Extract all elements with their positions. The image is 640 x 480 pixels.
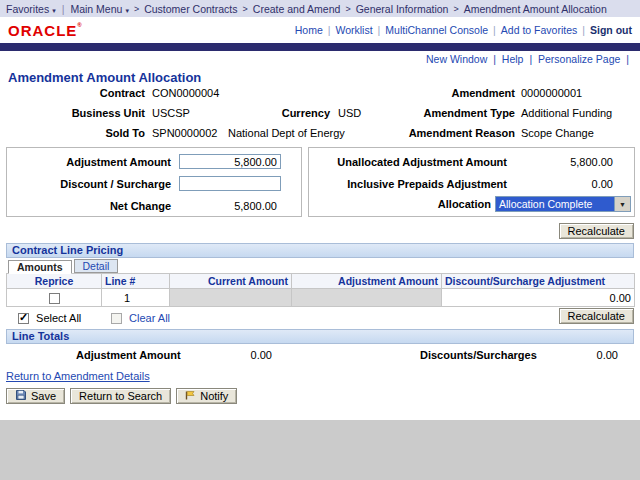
save-button[interactable]: Save: [6, 388, 65, 404]
sign-out-link[interactable]: Sign out: [590, 24, 632, 36]
tab-amounts[interactable]: Amounts: [8, 260, 72, 274]
recalculate-row: Recalculate: [0, 221, 640, 241]
oracle-logo: ORACLE®: [8, 22, 83, 39]
column-header-line[interactable]: Line #: [102, 274, 170, 289]
net-change-label: Net Change: [11, 200, 171, 212]
allocation-box: Unallocated Adjustment Amount 5,800.00 I…: [308, 147, 635, 217]
header-separator: |: [582, 24, 585, 36]
return-to-search-label: Return to Search: [79, 390, 162, 402]
bottom-toolbar: Save Return to Search Notify: [6, 388, 640, 406]
grid-header-row: Reprice Line # Current Amount Adjustment…: [7, 274, 635, 289]
column-header-discount-surcharge-adjustment[interactable]: Discount/Surcharge Adjustment: [442, 274, 635, 289]
currency-value: USD: [338, 107, 361, 119]
totals-discounts-value: 0.00: [522, 349, 618, 361]
header-links: Home | Worklist | MultiChannel Console |…: [295, 24, 632, 36]
recalculate-button[interactable]: Recalculate: [559, 223, 634, 239]
favorites-menu[interactable]: Favorites▾: [6, 3, 56, 15]
save-icon: [15, 389, 27, 403]
allocation-selected-option: Allocation Complete: [496, 197, 614, 211]
allocation-select[interactable]: Allocation Complete ▼: [495, 196, 631, 212]
recalculate-button-lower[interactable]: Recalculate: [559, 308, 634, 324]
pagebar-separator: |: [493, 53, 496, 65]
personalize-page-link[interactable]: Personalize Page: [538, 53, 620, 65]
header-separator: |: [378, 24, 381, 36]
line-totals-row: Adjustment Amount 0.00 Discounts/Surchar…: [6, 347, 634, 365]
sold-to-value: SPN0000002: [152, 127, 217, 139]
add-to-favorites-link[interactable]: Add to Favorites: [501, 24, 577, 36]
new-window-link[interactable]: New Window: [426, 53, 487, 65]
favorites-label: Favorites: [6, 3, 49, 15]
page-title: Amendment Amount Allocation: [8, 70, 640, 85]
recalculate-label: Recalculate: [568, 310, 625, 322]
column-header-adjustment-amount[interactable]: Adjustment Amount: [292, 274, 442, 289]
unallocated-adjustment-value: 5,800.00: [509, 156, 613, 168]
return-to-search-button[interactable]: Return to Search: [70, 388, 171, 404]
chevron-down-icon: ▾: [125, 7, 129, 14]
oracle-logo-text: ORACLE: [8, 22, 77, 39]
allocation-label: Allocation: [311, 198, 491, 210]
pagebar-separator: |: [626, 53, 629, 65]
breadcrumb-item-customer-contracts[interactable]: Customer Contracts: [144, 3, 237, 15]
current-amount-cell: [170, 289, 292, 307]
main-menu-label: Main Menu: [70, 3, 122, 15]
select-all-label[interactable]: Select All: [36, 312, 81, 324]
business-unit-value: USCSP: [152, 107, 190, 119]
notify-button[interactable]: Notify: [176, 388, 237, 404]
select-all-control: Select All: [18, 311, 81, 324]
adjustment-amounts-box: Adjustment Amount Discount / Surcharge N…: [6, 147, 302, 217]
breadcrumb-separator: >: [134, 4, 139, 14]
column-header-reprice[interactable]: Reprice: [7, 274, 102, 289]
dropdown-arrow-icon[interactable]: ▼: [614, 197, 630, 211]
discount-surcharge-input[interactable]: [179, 176, 281, 191]
adjustment-amount-input[interactable]: [179, 154, 281, 169]
breadcrumb: Favorites▾ | Main Menu▾ > Customer Contr…: [0, 0, 640, 17]
select-all-checkbox[interactable]: [18, 313, 29, 324]
currency-label: Currency: [260, 107, 330, 119]
contract-label: Contract: [5, 87, 145, 99]
adjustment-amount-cell: [292, 289, 442, 307]
tab-detail[interactable]: Detail: [74, 259, 119, 273]
oracle-header: ORACLE® Home | Worklist | MultiChannel C…: [0, 17, 640, 43]
window-background: [0, 420, 640, 480]
page-utility-bar: New Window | Help | Personalize Page |: [0, 51, 640, 66]
registered-mark: ®: [77, 22, 82, 28]
amendment-reason-value: Scope Change: [521, 127, 594, 139]
return-to-amendment-details-link[interactable]: Return to Amendment Details: [6, 370, 150, 383]
worklist-link[interactable]: Worklist: [335, 24, 372, 36]
amendment-label: Amendment: [380, 87, 515, 99]
help-link[interactable]: Help: [502, 53, 524, 65]
amendment-reason-label: Amendment Reason: [380, 127, 515, 139]
column-header-current-amount[interactable]: Current Amount: [170, 274, 292, 289]
breadcrumb-item-general-information[interactable]: General Information: [356, 3, 449, 15]
discount-surcharge-label: Discount / Surcharge: [11, 178, 171, 190]
grid-tabs: Amounts Detail: [6, 258, 634, 273]
contract-line-pricing-grid: Reprice Line # Current Amount Adjustment…: [6, 273, 635, 307]
contract-line-pricing-header: Contract Line Pricing: [6, 243, 634, 258]
inclusive-prepaids-label: Inclusive Prepaids Adjustment: [311, 178, 507, 190]
inclusive-prepaids-value: 0.00: [509, 178, 613, 190]
breadcrumb-item-create-and-amend[interactable]: Create and Amend: [253, 3, 341, 15]
clear-all-control: Clear All: [111, 311, 170, 324]
peoplesoft-screen: Favorites▾ | Main Menu▾ > Customer Contr…: [0, 0, 640, 480]
notify-icon: [185, 390, 196, 403]
home-link[interactable]: Home: [295, 24, 323, 36]
breadcrumb-separator: >: [345, 4, 350, 14]
header-separator: |: [328, 24, 331, 36]
reprice-checkbox[interactable]: [49, 293, 60, 304]
net-change-value: 5,800.00: [179, 200, 277, 212]
grid-row-1: 1 0.00: [7, 289, 635, 307]
clear-all-label[interactable]: Clear All: [129, 312, 170, 324]
unallocated-adjustment-label: Unallocated Adjustment Amount: [311, 156, 507, 168]
main-menu[interactable]: Main Menu▾: [70, 3, 128, 15]
breadcrumb-pipe: |: [62, 3, 65, 15]
amendment-type-label: Amendment Type: [380, 107, 515, 119]
multichannel-console-link[interactable]: MultiChannel Console: [385, 24, 488, 36]
contract-value: CON0000004: [152, 87, 219, 99]
reprice-cell: [7, 289, 102, 307]
clear-all-checkbox[interactable]: [111, 313, 122, 324]
navy-divider-bar: [0, 43, 640, 51]
line-number-cell: 1: [102, 289, 170, 307]
sold-to-label: Sold To: [5, 127, 145, 139]
amount-group-boxes: Adjustment Amount Discount / Surcharge N…: [0, 145, 640, 221]
header-separator: |: [493, 24, 496, 36]
